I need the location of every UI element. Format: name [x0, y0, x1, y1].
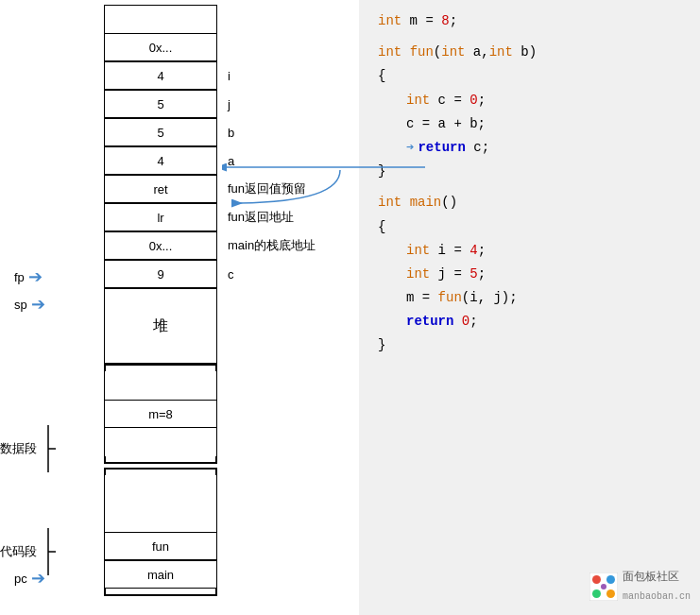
punct-semi4: ;: [470, 310, 477, 333]
fp-label: fp ➔: [14, 266, 43, 287]
code-text-ret0: [453, 310, 461, 333]
code-text-c0: c =: [430, 89, 470, 112]
num-4: 4: [470, 239, 477, 263]
code-line-7: ➔ return c;: [378, 136, 681, 160]
data-section-bracket-right: [41, 425, 56, 472]
fn-main: main: [410, 191, 442, 214]
kw-int-4: int: [489, 41, 513, 64]
cell-value: 4: [157, 69, 163, 83]
code-line-3: int fun ( int a, int b): [378, 41, 681, 64]
brace-close-fun: }: [378, 160, 385, 183]
cell-code-empty2: [104, 504, 217, 532]
fn-fun: fun: [410, 41, 434, 64]
code-line-1: int m = 8 ;: [378, 9, 681, 33]
kw-int-3: int: [441, 41, 465, 64]
cell-value: 4: [157, 154, 163, 168]
code-line-16: }: [378, 333, 681, 357]
brace-open-main: {: [378, 215, 385, 239]
sp-arrow-icon: ➔: [31, 294, 45, 315]
punct-paren1: (: [434, 41, 441, 64]
cell-label-b: b: [228, 126, 234, 140]
cell-ret: ret fun返回值预留: [104, 175, 217, 203]
code-line-5: int c = 0 ;: [378, 89, 681, 112]
sp-text: sp: [14, 298, 27, 312]
cell-0x-top: 0x...: [104, 33, 217, 61]
cell-label-i: i: [228, 69, 230, 83]
svg-point-11: [606, 589, 615, 598]
cell-value-m8: m=8: [148, 407, 173, 421]
code-section-bot-border: [104, 589, 217, 596]
punct-semi3: ;: [478, 263, 486, 286]
cell-m8: m=8: [104, 400, 217, 428]
code-line-11: {: [378, 215, 681, 239]
data-section-top-border: [104, 364, 217, 371]
cell-label-ret: fun返回值预留: [228, 180, 306, 197]
cell-value: 0x...: [149, 41, 173, 55]
code-line-13: int j = 5 ;: [378, 263, 681, 286]
watermark: 面包板社区 manbaoban.cn: [589, 568, 691, 606]
kw-int-5: int: [406, 89, 430, 112]
cell-value-fun: fun: [152, 539, 169, 554]
main-container: 0x... 4 i 5 j 5 b 4 a: [0, 0, 700, 615]
kw-return: return: [418, 136, 465, 160]
memory-diagram: 0x... 4 i 5 j 5 b 4 a: [0, 0, 359, 615]
code-line-14: m = fun (i, j);: [378, 286, 681, 310]
return-arrow-indicator: ➔: [406, 136, 414, 160]
code-text-ij: (i, j);: [462, 286, 518, 310]
pc-label: pc ➔: [14, 568, 45, 589]
cell-top-empty: [104, 5, 217, 33]
code-line-8: }: [378, 160, 681, 183]
num-5: 5: [470, 263, 477, 286]
cell-9-c: 9 c: [104, 260, 217, 288]
fn-fun2: fun: [438, 286, 462, 310]
pc-arrow-icon: ➔: [31, 568, 45, 589]
fp-arrow-icon: ➔: [28, 266, 43, 287]
watermark-logo: [589, 572, 618, 601]
code-section-text: 代码段: [0, 543, 37, 560]
cell-label-lr: fun返回地址: [228, 209, 294, 226]
code-line-6: c = a + b;: [378, 112, 681, 136]
cell-value: 0x...: [149, 239, 173, 253]
cell-5-b: 5 b: [104, 118, 217, 146]
cell-label-c: c: [228, 267, 234, 282]
code-text-retc: c;: [466, 136, 489, 160]
cell-value: 5: [157, 126, 163, 140]
punct-semi1: ;: [478, 89, 486, 112]
code-line-2: [378, 33, 681, 41]
cell-code-empty-top: [104, 475, 217, 504]
cell-data-empty-bot: [104, 428, 217, 456]
kw-int-2: int: [378, 41, 401, 64]
cell-value: 5: [157, 97, 163, 111]
code-text-main: [401, 191, 409, 214]
cell-lr: lr fun返回地址: [104, 203, 217, 231]
cell-value-main: main: [147, 568, 174, 582]
cell-0x-mid: 0x... main的栈底地址: [104, 231, 217, 260]
watermark-text: 面包板社区: [623, 568, 691, 589]
code-line-4: {: [378, 64, 681, 88]
brace-close-main: }: [378, 333, 385, 357]
code-panel: int m = 8 ; int fun ( int a, int b) { in…: [359, 0, 700, 615]
code-text-1: m =: [401, 9, 441, 33]
data-section-label-group: 数据段: [0, 425, 56, 472]
cell-data-empty-top: [104, 371, 217, 400]
code-line-15: return 0 ;: [378, 310, 681, 333]
data-section-bot-border: [104, 456, 217, 464]
cell-label-a: a: [228, 154, 234, 168]
kw-int-7: int: [406, 239, 430, 263]
sp-label: sp ➔: [14, 294, 45, 315]
num-0b: 0: [462, 310, 470, 333]
cell-4-i: 4 i: [104, 61, 217, 90]
punct-main-paren: (): [441, 191, 457, 214]
code-text-apb: c = a + b;: [406, 112, 486, 136]
cell-fun: fun: [104, 532, 217, 560]
cell-main: main: [104, 560, 217, 589]
code-text-a: a,: [465, 41, 488, 64]
kw-int-6: int: [378, 191, 401, 214]
stack-container: 0x... 4 i 5 j 5 b 4 a: [104, 5, 217, 596]
pc-text: pc: [14, 572, 27, 586]
cell-5-j: 5 j: [104, 90, 217, 118]
code-text-b: b): [513, 41, 537, 64]
kw-int-1: int: [378, 9, 401, 33]
cell-label-j: j: [228, 97, 230, 111]
watermark-url: manbaoban.cn: [623, 589, 691, 606]
